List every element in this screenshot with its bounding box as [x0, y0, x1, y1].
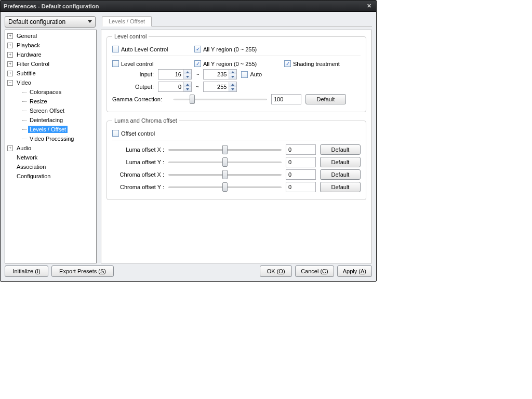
output-high-spinner[interactable] — [203, 82, 237, 92]
export-presets-button[interactable]: Export Presets (S) — [51, 265, 114, 277]
chroma-x-default-button[interactable]: Default — [320, 169, 361, 180]
chevron-down-icon — [88, 20, 92, 23]
output-label: Output: — [112, 84, 154, 90]
expand-icon[interactable]: + — [7, 61, 13, 67]
tree-item-filter-control[interactable]: +Filter Control — [5, 59, 96, 69]
tabbar: Levels / Offset — [102, 16, 372, 26]
cancel-button[interactable]: Cancel (C) — [295, 265, 334, 277]
input-high-field[interactable] — [204, 70, 229, 79]
chroma-y-slider[interactable] — [168, 182, 282, 192]
auto-level-checkbox[interactable]: Auto Level Control — [112, 46, 190, 52]
chroma-x-field[interactable] — [286, 169, 316, 180]
luma-chroma-legend: Luma and Chroma offset — [112, 117, 179, 124]
content-area: Default configuration Levels / Offset +G… — [1, 12, 376, 281]
tree-item-video-processing[interactable]: Video Processing — [5, 134, 96, 143]
expand-icon[interactable]: + — [7, 145, 13, 151]
spin-up-icon[interactable] — [229, 70, 236, 74]
offset-control-checkbox[interactable]: Offset control — [112, 130, 155, 137]
luma-y-field[interactable] — [286, 157, 316, 167]
luma-x-field[interactable] — [286, 144, 316, 155]
gamma-slider[interactable] — [174, 95, 267, 104]
titlebar[interactable]: Preferences - Default configuration ✕ — [1, 1, 376, 12]
tree-item-network[interactable]: Network — [5, 153, 96, 162]
settings-panel: Level control Auto Level Control ✓ All Y… — [101, 30, 372, 263]
checkbox-icon — [112, 46, 119, 52]
tree-item-deinterlacing[interactable]: Deinterlacing — [5, 115, 96, 125]
range-tilde: ~ — [196, 84, 199, 90]
luma-x-slider[interactable] — [168, 145, 282, 154]
expand-icon[interactable]: + — [7, 71, 13, 76]
tree-item-screen-offset[interactable]: Screen Offset — [5, 106, 96, 115]
tree-item-video[interactable]: −Video — [5, 78, 96, 87]
level-control-group: Level control Auto Level Control ✓ All Y… — [107, 33, 366, 112]
spin-up-icon[interactable] — [184, 70, 191, 74]
collapse-icon[interactable]: − — [7, 80, 13, 86]
spin-down-icon[interactable] — [184, 74, 191, 79]
expand-icon[interactable]: + — [7, 52, 13, 58]
spin-down-icon[interactable] — [184, 87, 191, 91]
spin-down-icon[interactable] — [229, 87, 236, 91]
luma-y-slider[interactable] — [168, 157, 282, 167]
chroma-x-slider[interactable] — [168, 170, 282, 179]
initialize-button[interactable]: Initialize (I) — [5, 265, 48, 277]
input-low-spinner[interactable] — [158, 69, 192, 79]
luma-x-default-button[interactable]: Default — [320, 144, 361, 155]
checkbox-icon — [112, 60, 119, 67]
shading-treatment-checkbox[interactable]: ✓ Shading treatment — [284, 60, 340, 67]
checkbox-icon: ✓ — [194, 60, 201, 67]
bottom-button-bar: Initialize (I) Export Presets (S) OK (O)… — [5, 263, 372, 277]
gamma-value-field[interactable] — [271, 94, 301, 104]
output-low-spinner[interactable] — [158, 82, 192, 92]
tree-item-association[interactable]: Association — [5, 162, 96, 171]
input-label: Input: — [112, 71, 154, 77]
window-title: Preferences - Default configuration — [4, 3, 365, 9]
spin-down-icon[interactable] — [229, 74, 236, 79]
checkbox-icon: ✓ — [284, 60, 291, 67]
tree-item-resize[interactable]: Resize — [5, 97, 96, 106]
level-control-legend: Level control — [112, 33, 149, 39]
expand-icon[interactable]: + — [7, 43, 13, 48]
input-high-spinner[interactable] — [203, 69, 237, 79]
level-control-checkbox[interactable]: Level control — [112, 60, 190, 67]
chroma-y-field[interactable] — [286, 182, 316, 192]
tab-levels-offset[interactable]: Levels / Offset — [102, 16, 152, 26]
spin-up-icon[interactable] — [229, 82, 236, 87]
gamma-default-button[interactable]: Default — [305, 94, 346, 104]
spin-up-icon[interactable] — [184, 82, 191, 87]
divider — [112, 56, 361, 56]
luma-y-label: Luma offset Y : — [112, 159, 164, 165]
all-y-region-checkbox-1[interactable]: ✓ All Y region (0 ~ 255) — [194, 46, 257, 52]
tree-item-configuration[interactable]: Configuration — [5, 171, 96, 181]
checkbox-icon: ✓ — [194, 46, 201, 52]
chroma-x-label: Chroma offset X : — [112, 171, 164, 178]
expand-icon[interactable]: + — [7, 33, 13, 39]
luma-y-default-button[interactable]: Default — [320, 157, 361, 167]
category-tree[interactable]: +General +Playback +Hardware +Filter Con… — [5, 30, 97, 263]
luma-chroma-group: Luma and Chroma offset Offset control Lu… — [107, 117, 366, 200]
input-low-field[interactable] — [158, 70, 183, 79]
gamma-label: Gamma Correction: — [112, 96, 169, 102]
auto-checkbox[interactable]: Auto — [241, 71, 262, 78]
tree-item-audio[interactable]: +Audio — [5, 143, 96, 153]
close-icon[interactable]: ✕ — [365, 2, 373, 10]
tree-item-general[interactable]: +General — [5, 31, 96, 41]
ok-button[interactable]: OK (O) — [260, 265, 292, 277]
output-high-field[interactable] — [204, 82, 229, 91]
tree-item-levels-offset[interactable]: Levels / Offset — [5, 125, 96, 134]
divider — [112, 140, 361, 140]
chroma-y-default-button[interactable]: Default — [320, 182, 361, 192]
tree-item-colorspaces[interactable]: Colorspaces — [5, 87, 96, 97]
preset-dropdown[interactable]: Default configuration — [5, 16, 96, 28]
apply-button[interactable]: Apply (A) — [337, 265, 372, 277]
tree-item-subtitle[interactable]: +Subtitle — [5, 69, 96, 78]
output-low-field[interactable] — [158, 82, 183, 91]
chroma-y-label: Chroma offset Y : — [112, 184, 164, 190]
luma-x-label: Luma offset X : — [112, 147, 164, 153]
tree-item-hardware[interactable]: +Hardware — [5, 50, 96, 59]
range-tilde: ~ — [196, 71, 199, 77]
checkbox-icon — [241, 71, 248, 78]
preset-dropdown-label: Default configuration — [8, 18, 65, 25]
all-y-region-checkbox-2[interactable]: ✓ All Y region (0 ~ 255) — [194, 60, 280, 67]
checkbox-icon — [112, 130, 119, 137]
tree-item-playback[interactable]: +Playback — [5, 41, 96, 50]
